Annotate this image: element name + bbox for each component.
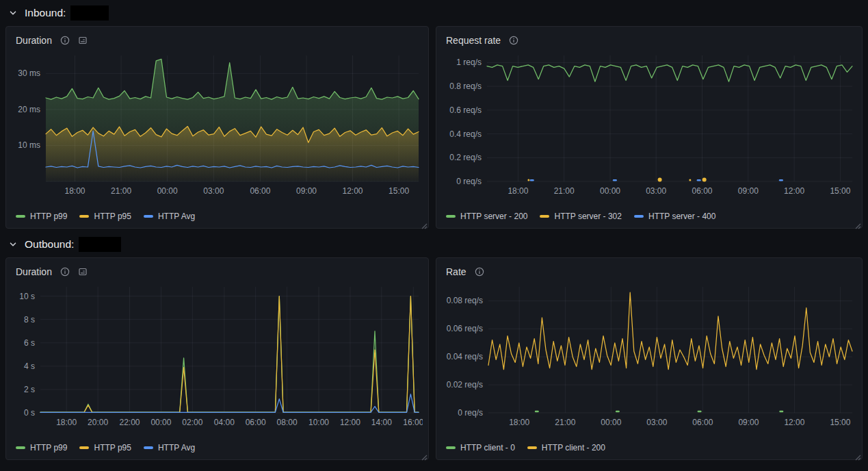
legend-item-http-client-200[interactable]: HTTP client - 200 bbox=[527, 443, 605, 453]
series-line-http-client-200[interactable] bbox=[488, 292, 852, 369]
info-icon[interactable] bbox=[60, 267, 70, 277]
panel-title: Request rate bbox=[446, 35, 501, 46]
section-title[interactable]: Inbound: bbox=[25, 7, 66, 19]
y-tick-label: 10 ms bbox=[18, 140, 40, 150]
scatter-point-http-server-302[interactable] bbox=[702, 177, 707, 181]
scatter-dash-http-server-400[interactable] bbox=[697, 179, 701, 181]
panel-row-outbound: Duration 0 s2 s4 s6 s8 s10 s18:0020:0022… bbox=[5, 257, 863, 460]
scatter-dash-http-client-0[interactable] bbox=[779, 411, 783, 412]
y-tick-label: 0 s bbox=[24, 408, 35, 418]
legend-label: HTTP server - 302 bbox=[554, 212, 621, 221]
y-tick-label: 6 s bbox=[24, 338, 35, 348]
chart-canvas[interactable]: 0 req/s0.02 req/s0.04 req/s0.06 req/s0.0… bbox=[442, 281, 856, 431]
legend-swatch bbox=[540, 215, 549, 218]
legend: HTTP server - 200HTTP server - 302HTTP s… bbox=[442, 212, 856, 221]
panel-title: Duration bbox=[16, 35, 52, 46]
chart-canvas[interactable]: 0 req/s0.2 req/s0.4 req/s0.6 req/s0.8 re… bbox=[442, 50, 856, 199]
legend-label: HTTP Avg bbox=[158, 443, 195, 453]
scatter-dash-http-client-0[interactable] bbox=[698, 411, 702, 412]
panel-links-icon[interactable] bbox=[78, 267, 88, 277]
legend-item-http-client-0[interactable]: HTTP client - 0 bbox=[446, 443, 515, 453]
chart-canvas[interactable]: 0 s2 s4 s6 s8 s10 s18:0020:0022:0000:000… bbox=[12, 281, 423, 431]
series-line-http-avg[interactable] bbox=[40, 394, 419, 413]
x-tick-label: 18:00 bbox=[56, 418, 77, 427]
y-tick-label: 10 s bbox=[19, 292, 35, 301]
dashboard: Inbound: Duration 10 ms20 ms30 ms18:0021… bbox=[0, 0, 868, 460]
legend-label: HTTP p99 bbox=[30, 443, 67, 453]
scatter-point-http-server-302[interactable] bbox=[689, 179, 691, 181]
scatter-dash-http-server-400[interactable] bbox=[613, 179, 617, 181]
legend-swatch bbox=[446, 446, 456, 449]
scatter-dash-http-client-0[interactable] bbox=[535, 411, 539, 412]
y-tick-label: 20 ms bbox=[18, 105, 40, 114]
panel-resize-handle[interactable] bbox=[854, 220, 861, 227]
legend-item-http-server-200[interactable]: HTTP server - 200 bbox=[446, 212, 527, 221]
panel-resize-handle[interactable] bbox=[420, 451, 428, 459]
info-icon[interactable] bbox=[475, 267, 484, 277]
x-tick-label: 12:00 bbox=[342, 186, 363, 196]
legend: HTTP p99HTTP p95HTTP Avg bbox=[12, 212, 423, 221]
y-tick-label: 1 req/s bbox=[456, 58, 482, 67]
panel-links-icon[interactable] bbox=[78, 36, 88, 45]
chart-outbound-duration[interactable]: 0 s2 s4 s6 s8 s10 s18:0020:0022:0000:000… bbox=[12, 281, 423, 431]
y-tick-label: 0.2 req/s bbox=[449, 153, 482, 162]
legend-swatch bbox=[446, 215, 456, 218]
y-tick-label: 4 s bbox=[24, 361, 35, 371]
y-tick-label: 0.6 req/s bbox=[449, 105, 482, 115]
scatter-dash-http-client-0[interactable] bbox=[616, 411, 620, 412]
info-icon[interactable] bbox=[60, 36, 70, 45]
chart-outbound-rate[interactable]: 0 req/s0.02 req/s0.04 req/s0.06 req/s0.0… bbox=[442, 281, 856, 431]
y-tick-label: 0.4 req/s bbox=[449, 129, 482, 139]
x-tick-label: 14:00 bbox=[371, 418, 392, 427]
y-tick-label: 30 ms bbox=[18, 68, 40, 78]
legend-item-http-server-400[interactable]: HTTP server - 400 bbox=[634, 212, 715, 221]
panel-title: Duration bbox=[16, 266, 52, 277]
scatter-dash-http-server-400[interactable] bbox=[779, 179, 783, 181]
panel-title: Rate bbox=[446, 266, 466, 277]
x-tick-label: 08:00 bbox=[277, 418, 298, 427]
legend-item-http-avg[interactable]: HTTP Avg bbox=[144, 443, 195, 453]
legend-item-http-server-302[interactable]: HTTP server - 302 bbox=[540, 212, 621, 221]
y-tick-label: 8 s bbox=[24, 315, 35, 324]
chevron-down-icon[interactable] bbox=[5, 9, 21, 17]
panel-header[interactable]: Rate bbox=[442, 262, 856, 281]
x-tick-label: 00:00 bbox=[150, 418, 171, 427]
legend-item-http-avg[interactable]: HTTP Avg bbox=[144, 212, 195, 221]
x-tick-label: 18:00 bbox=[509, 418, 529, 427]
legend-item-http-p95[interactable]: HTTP p95 bbox=[79, 212, 131, 221]
legend-label: HTTP p99 bbox=[30, 212, 67, 221]
x-tick-label: 06:00 bbox=[246, 418, 266, 427]
section-header-inbound[interactable]: Inbound: bbox=[5, 4, 863, 22]
x-tick-label: 15:00 bbox=[830, 418, 850, 427]
panel-header[interactable]: Duration bbox=[12, 262, 423, 281]
series-line-http-server-200[interactable] bbox=[487, 65, 852, 81]
chevron-down-icon[interactable] bbox=[5, 240, 21, 249]
section-title[interactable]: Outbound: bbox=[25, 238, 74, 251]
x-tick-label: 04:00 bbox=[214, 418, 235, 427]
y-tick-label: 0.8 req/s bbox=[449, 81, 482, 91]
legend-item-http-p99[interactable]: HTTP p99 bbox=[16, 443, 67, 453]
scatter-point-http-server-302[interactable] bbox=[527, 179, 529, 181]
x-tick-label: 21:00 bbox=[555, 418, 575, 427]
scatter-point-http-server-302[interactable] bbox=[658, 177, 662, 181]
info-icon[interactable] bbox=[509, 36, 518, 45]
panel-row-inbound: Duration 10 ms20 ms30 ms18:0021:0000:000… bbox=[5, 26, 863, 229]
panel-resize-handle[interactable] bbox=[854, 451, 861, 459]
series-line-http-p95[interactable] bbox=[40, 296, 419, 413]
chart-inbound-request-rate[interactable]: 0 req/s0.2 req/s0.4 req/s0.6 req/s0.8 re… bbox=[442, 50, 856, 199]
scatter-dash-http-server-400[interactable] bbox=[530, 179, 534, 181]
panel-header[interactable]: Duration bbox=[12, 31, 423, 50]
panel-header[interactable]: Request rate bbox=[442, 31, 856, 50]
x-tick-label: 18:00 bbox=[64, 186, 85, 196]
chart-canvas[interactable]: 10 ms20 ms30 ms18:0021:0000:0003:0006:00… bbox=[12, 50, 423, 199]
legend-label: HTTP client - 0 bbox=[460, 443, 515, 453]
panel-resize-handle[interactable] bbox=[420, 220, 428, 227]
legend: HTTP client - 0HTTP client - 200 bbox=[442, 443, 856, 453]
series-line-http-p99[interactable] bbox=[40, 296, 419, 412]
chart-inbound-duration[interactable]: 10 ms20 ms30 ms18:0021:0000:0003:0006:00… bbox=[12, 50, 423, 199]
legend-item-http-p95[interactable]: HTTP p95 bbox=[79, 443, 131, 453]
panel-outbound-duration: Duration 0 s2 s4 s6 s8 s10 s18:0020:0022… bbox=[5, 257, 429, 460]
panel-inbound-duration: Duration 10 ms20 ms30 ms18:0021:0000:000… bbox=[5, 26, 429, 229]
section-header-outbound[interactable]: Outbound: bbox=[5, 236, 863, 253]
legend-item-http-p99[interactable]: HTTP p99 bbox=[16, 212, 67, 221]
